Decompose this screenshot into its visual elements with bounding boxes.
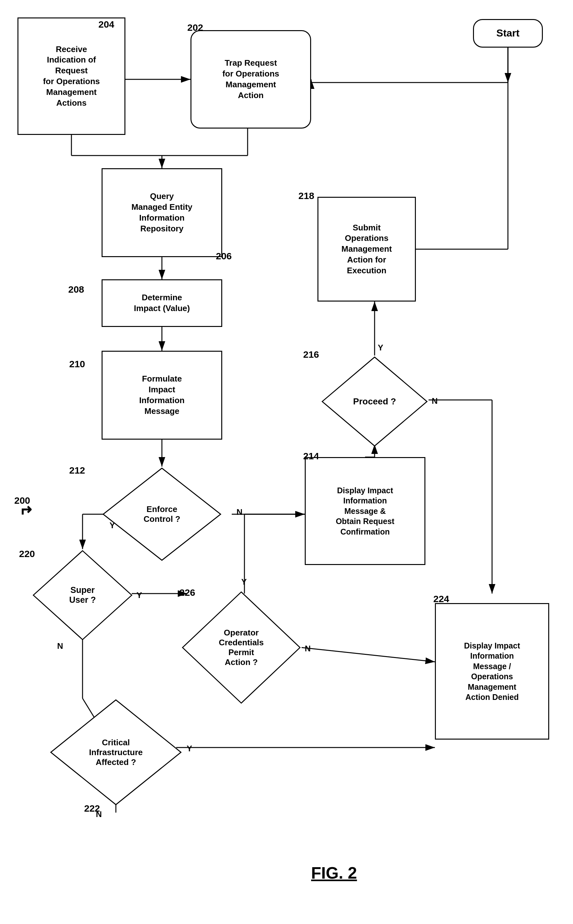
- receive-box: ReceiveIndication ofRequestfor Operation…: [17, 17, 125, 135]
- ref-216: 216: [303, 349, 319, 360]
- determine-label: DetermineImpact (Value): [134, 292, 190, 314]
- proceed-diamond: Proceed ?: [321, 355, 429, 447]
- display-confirm-label: Display ImpactInformationMessage &Obtain…: [336, 485, 395, 537]
- svg-line-25: [302, 647, 435, 662]
- query-box: QueryManaged EntityInformationRepository: [102, 168, 222, 257]
- ref-218: 218: [298, 191, 314, 201]
- determine-box: DetermineImpact (Value): [102, 279, 222, 327]
- submit-box: SubmitOperationsManagementAction forExec…: [318, 197, 416, 302]
- enforce-n-label: N: [236, 507, 243, 517]
- operator-n-label: N: [305, 644, 311, 654]
- trap-label: Trap Requestfor OperationsManagementActi…: [222, 58, 279, 101]
- ref-226: 226: [179, 587, 195, 598]
- start-box: Start: [473, 19, 543, 48]
- operator-diamond: OperatorCredentialsPermitAction ?: [181, 590, 302, 705]
- start-label: Start: [496, 27, 520, 40]
- proceed-n-label: N: [432, 396, 438, 406]
- superuser-y-label: Y: [136, 590, 142, 600]
- critical-diamond: CriticalInfrastructureAffected ?: [49, 698, 183, 806]
- superuser-n-label: N: [57, 641, 63, 651]
- trap-box: Trap Requestfor OperationsManagementActi…: [191, 30, 311, 128]
- critical-y-label: Y: [187, 744, 192, 754]
- ref-224: 224: [433, 594, 449, 604]
- ref-208: 208: [68, 284, 84, 295]
- query-label: QueryManaged EntityInformationRepository: [132, 191, 193, 234]
- enforce-label: EnforceControl ?: [144, 504, 180, 524]
- enforce-control-diamond: EnforceControl ?: [102, 467, 222, 562]
- diagram-container: Start ReceiveIndication ofRequestfor Ope…: [0, 0, 573, 924]
- formulate-box: FormulateImpactInformationMessage: [102, 351, 222, 439]
- proceed-y-label: Y: [378, 343, 383, 353]
- proceed-label: Proceed ?: [353, 396, 396, 406]
- ref-206: 206: [216, 251, 232, 261]
- superuser-label: SuperUser ?: [69, 585, 96, 605]
- fig-label: FIG. 2: [311, 863, 357, 882]
- operator-label: OperatorCredentialsPermitAction ?: [219, 628, 264, 667]
- critical-label: CriticalInfrastructureAffected ?: [89, 738, 142, 767]
- ref-212: 212: [69, 465, 85, 476]
- ref-210: 210: [69, 359, 85, 369]
- display-confirm-box: Display ImpactInformationMessage &Obtain…: [305, 457, 425, 565]
- ref-204: 204: [99, 19, 114, 30]
- display-denied-label: Display ImpactInformationMessage /Operat…: [464, 641, 520, 702]
- formulate-label: FormulateImpactInformationMessage: [139, 374, 185, 416]
- superuser-diamond: SuperUser ?: [32, 549, 133, 641]
- ref-200-arrow: ↵: [19, 502, 32, 519]
- submit-label: SubmitOperationsManagementAction forExec…: [341, 222, 392, 276]
- enforce-y-label: Y: [110, 521, 115, 530]
- ref-220: 220: [19, 549, 35, 559]
- ref-202: 202: [187, 22, 203, 33]
- critical-n-label: N: [96, 810, 102, 819]
- ref-214: 214: [303, 451, 319, 461]
- receive-label: ReceiveIndication ofRequestfor Operation…: [43, 44, 100, 109]
- display-denied-box: Display ImpactInformationMessage /Operat…: [435, 603, 549, 740]
- operator-y-label: Y: [241, 577, 247, 587]
